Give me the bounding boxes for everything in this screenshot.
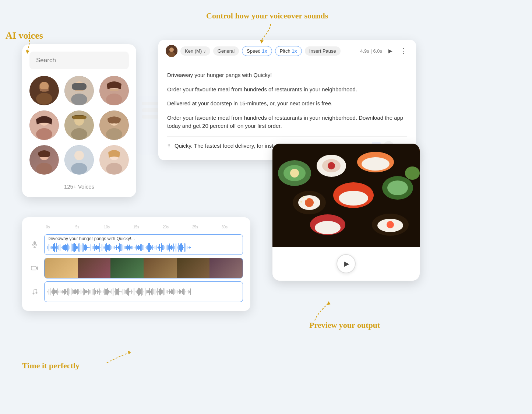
svg-point-46 xyxy=(33,293,35,295)
voice-avatar-5[interactable] xyxy=(64,110,94,140)
preview-play-button[interactable]: ▶ xyxy=(337,254,356,273)
svg-point-68 xyxy=(300,201,302,203)
speaker-dropdown[interactable]: Ken (M) ∨ xyxy=(180,46,210,56)
svg-rect-8 xyxy=(40,89,49,91)
waveform xyxy=(47,242,240,253)
mic-icon xyxy=(29,239,40,250)
svg-point-61 xyxy=(339,191,368,206)
svg-point-65 xyxy=(315,221,341,234)
svg-marker-3 xyxy=(327,301,331,305)
ruler-0s: 0s xyxy=(33,225,63,229)
svg-point-67 xyxy=(306,199,307,200)
svg-point-13 xyxy=(71,94,87,105)
voice-avatar-4[interactable] xyxy=(29,110,59,140)
preview-annotation: Preview your output xyxy=(309,320,380,330)
voice-track: Driveaway your hunger pangs with Quicky!… xyxy=(29,234,243,255)
svg-point-25 xyxy=(71,128,87,140)
script-line-2: Order your favourite meal from hundreds … xyxy=(167,83,407,97)
pitch-pill[interactable]: Pitch 1x xyxy=(275,46,302,56)
svg-rect-41 xyxy=(34,241,36,245)
svg-marker-45 xyxy=(36,266,38,270)
ruler-25s: 25s xyxy=(180,225,210,229)
ai-voices-panel: 125+ Voices xyxy=(22,44,136,197)
svg-rect-24 xyxy=(73,116,86,119)
script-line-3: Delivered at your doorstep in 15-minutes… xyxy=(167,97,407,111)
voice-avatar-2[interactable] xyxy=(64,76,94,105)
svg-point-54 xyxy=(328,162,335,169)
script-line-1: Driveaway your hunger pangs with Quicky! xyxy=(167,68,407,83)
music-track-content[interactable] xyxy=(44,281,243,302)
voice-avatar-3[interactable] xyxy=(99,76,129,105)
svg-rect-12 xyxy=(72,83,87,90)
insert-pause-pill[interactable]: Insert Pause xyxy=(305,46,341,56)
video-icon xyxy=(29,263,40,273)
drag-handle[interactable]: ⠿ xyxy=(167,143,171,150)
svg-point-51 xyxy=(290,169,299,178)
speed-pill[interactable]: Speed 1x xyxy=(242,46,272,56)
svg-point-71 xyxy=(387,221,394,228)
voice-track-content[interactable]: Driveaway your hunger pangs with Quicky!… xyxy=(44,234,243,255)
more-options-button[interactable]: ⋮ xyxy=(398,46,409,56)
voices-count: 125+ Voices xyxy=(29,180,129,190)
voice-avatar-9[interactable] xyxy=(99,145,129,175)
svg-point-20 xyxy=(36,128,52,140)
svg-point-56 xyxy=(362,157,390,171)
ruler-30s: 30s xyxy=(210,225,239,229)
svg-rect-16 xyxy=(110,89,119,91)
voice-avatar-1[interactable] xyxy=(29,76,59,105)
svg-point-66 xyxy=(303,196,304,198)
svg-marker-2 xyxy=(128,351,131,354)
svg-point-37 xyxy=(106,163,122,175)
ruler-10s: 10s xyxy=(92,225,121,229)
svg-point-31 xyxy=(36,163,52,175)
music-track xyxy=(29,281,243,302)
timer-display: 4.9s | 6.0s xyxy=(360,48,382,54)
timeline-panel: 0s 5s 10s 15s 20s 25s 30s Driveaway your… xyxy=(22,217,250,311)
svg-point-39 xyxy=(169,48,174,52)
timeline-ruler: 0s 5s 10s 15s 20s 25s 30s xyxy=(29,223,243,231)
svg-point-63 xyxy=(387,180,408,195)
music-waveform xyxy=(47,286,191,297)
voiceover-annotation: Control how your voiceover sounds xyxy=(206,11,328,21)
play-button-header[interactable]: ▶ xyxy=(385,46,395,56)
svg-point-33 xyxy=(74,151,84,160)
svg-rect-44 xyxy=(31,266,36,270)
video-track-content[interactable] xyxy=(44,258,243,278)
preview-panel: ▶ xyxy=(272,144,420,281)
ai-voices-annotation: AI voices xyxy=(6,30,43,41)
video-track xyxy=(29,258,243,278)
search-input[interactable] xyxy=(29,52,129,69)
preview-controls: ▶ xyxy=(272,247,420,281)
time-annotation: Time it perfectly xyxy=(22,361,80,371)
voice-controls-panel: Ken (M) ∨ General Speed 1x Pitch 1x Inse… xyxy=(158,40,416,160)
svg-point-28 xyxy=(106,128,122,140)
controls-header: Ken (M) ∨ General Speed 1x Pitch 1x Inse… xyxy=(158,40,416,62)
script-line-4: Order your favourite meal from hundreds … xyxy=(167,111,407,133)
ruler-15s: 15s xyxy=(121,225,151,229)
ruler-5s: 5s xyxy=(63,225,92,229)
music-icon xyxy=(29,287,40,297)
voices-grid xyxy=(29,76,129,175)
play-icon: ▶ xyxy=(344,260,349,268)
voice-avatar-7[interactable] xyxy=(29,145,59,175)
preview-image xyxy=(272,144,420,247)
svg-point-6 xyxy=(36,93,52,105)
voice-track-label: Driveaway your hunger pangs with Quicky!… xyxy=(47,236,240,241)
ken-avatar xyxy=(166,45,177,57)
ruler-20s: 20s xyxy=(151,225,180,229)
style-pill[interactable]: General xyxy=(213,46,239,56)
svg-point-72 xyxy=(405,166,420,180)
voice-avatar-6[interactable] xyxy=(99,110,129,140)
voice-avatar-8[interactable] xyxy=(64,145,94,175)
svg-point-47 xyxy=(36,292,38,294)
svg-point-34 xyxy=(71,163,87,175)
svg-point-17 xyxy=(106,94,122,105)
